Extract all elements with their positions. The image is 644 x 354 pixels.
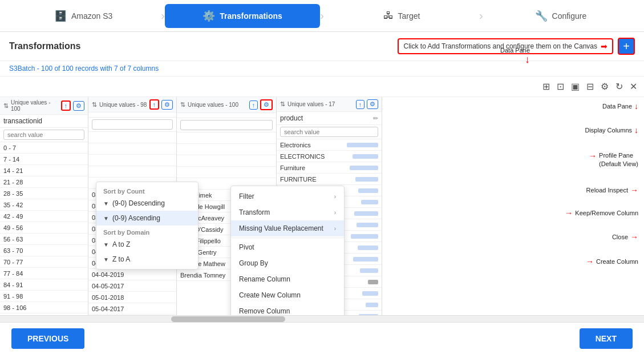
grid-view-button[interactable]: ⊞: [540, 79, 552, 94]
search-input-3[interactable]: [180, 120, 273, 130]
reload-button[interactable]: ↻: [613, 79, 625, 94]
list-item: FURNITURE: [277, 174, 382, 185]
menu-item-remove-column[interactable]: Remove Column: [231, 303, 344, 315]
col-header-2: ⇅ Unique values - 98 ↑ ⚙: [88, 97, 176, 112]
col-edit-button-4[interactable]: ✏: [373, 115, 378, 122]
col-name-1: transactionid: [3, 117, 84, 125]
list-item: [88, 143, 176, 155]
list-item: [177, 132, 276, 144]
col-data-1: 0 - 7 7 - 14 14 - 21 21 - 28 28 - 35 35 …: [0, 142, 88, 315]
sort-z-to-a[interactable]: ▼ Z to A: [96, 252, 198, 267]
sort-dropdown: Sort by Count ▼ (9-0) Descending ▼ (0-9)…: [96, 182, 199, 269]
list-item: 05-04-2017: [88, 303, 176, 315]
column-panel-transactionid: ⇅ Unique values - 100 ↑ ⚙ transactionid …: [0, 97, 88, 315]
list-item: 21 - 28: [0, 176, 88, 188]
table-button[interactable]: ⊟: [584, 79, 596, 94]
col-unique-label-2: Unique values - 98: [99, 102, 147, 108]
list-item: 56 - 63: [0, 234, 88, 245]
panel-title: Transformations: [9, 41, 80, 51]
scrollbar[interactable]: [0, 315, 644, 322]
nav-step-transformations[interactable]: ⚙️ Transformations: [165, 4, 320, 28]
sort-section-count: Sort by Count: [96, 184, 198, 196]
search-input-4[interactable]: [280, 127, 378, 137]
col-name-row-3: [177, 113, 276, 118]
col-sort-btn-1[interactable]: ↑: [61, 100, 71, 111]
settings-button[interactable]: ⚙: [598, 79, 611, 94]
scrollbar-thumb[interactable]: [171, 316, 285, 322]
col-gear-btn-4[interactable]: ⚙: [367, 99, 378, 109]
list-item: Furniture: [277, 162, 382, 174]
list-item: [177, 144, 276, 155]
list-view-button[interactable]: ⊡: [554, 79, 566, 94]
configure-icon: 🔧: [535, 10, 548, 22]
menu-item-filter[interactable]: Filter ›: [231, 188, 344, 204]
columns-button[interactable]: ▣: [569, 79, 582, 94]
col-name-row-1: transactionid: [0, 115, 88, 128]
context-menu: Filter › Transform › Missing Value Repla…: [230, 186, 345, 315]
nav-step-label: Target: [398, 11, 420, 21]
sort-ascending[interactable]: ▼ (0-9) Ascending: [96, 211, 198, 226]
col-gear-btn-2[interactable]: ⚙: [161, 100, 173, 110]
search-row-2: [88, 118, 176, 132]
nav-step-configure[interactable]: 🔧 Configure: [483, 4, 638, 28]
list-item: 91 - 98: [0, 291, 88, 302]
list-item: Electronics: [277, 139, 382, 151]
menu-item-transform[interactable]: Transform ›: [231, 204, 344, 220]
nav-divider-3: ›: [479, 9, 483, 22]
col-name-row-4: product ✏: [277, 112, 382, 125]
list-item: [88, 166, 176, 178]
arrow-icon: ➡: [601, 42, 607, 51]
list-item: 0 - 7: [0, 142, 88, 154]
next-button[interactable]: NEXT: [580, 328, 633, 349]
add-transformation-button[interactable]: +: [618, 38, 635, 55]
list-item: 35 - 42: [0, 199, 88, 211]
search-row-3: [177, 118, 276, 132]
nav-step-target[interactable]: 🖧 Target: [324, 4, 479, 27]
list-item: 42 - 49: [0, 211, 88, 222]
previous-button[interactable]: PREVIOUS: [11, 328, 84, 349]
close-button[interactable]: ✕: [627, 79, 639, 94]
list-item: 63 - 70: [0, 245, 88, 256]
panel-header: Transformations Click to Add Transformat…: [0, 32, 644, 61]
list-item: 04-04-2019: [88, 269, 176, 280]
col-sort-btn-4[interactable]: ↑: [356, 100, 365, 109]
list-item: 28 - 35: [0, 188, 88, 199]
sort-descending[interactable]: ▼ (9-0) Descending: [96, 196, 198, 211]
col-gear-btn-1[interactable]: ⚙: [73, 101, 84, 111]
search-input-1[interactable]: [3, 130, 84, 140]
list-item: 84 - 91: [0, 279, 88, 291]
nav-divider-2: ›: [320, 9, 324, 22]
add-transformations-hint: Click to Add Transformations and configu…: [398, 38, 613, 54]
col-gear-btn-3[interactable]: ⚙: [260, 99, 273, 110]
nav-divider-1: ›: [161, 9, 165, 22]
menu-item-create-new-column[interactable]: Create New Column: [231, 287, 344, 303]
nav-step-amazon-s3[interactable]: 🗄️ Amazon S3: [6, 4, 161, 28]
col-header-1: ⇅ Unique values - 100 ↑ ⚙: [0, 97, 88, 115]
search-input-2[interactable]: [92, 119, 173, 130]
col-header-4: ⇅ Unique values - 17 ↑ ⚙: [277, 97, 382, 112]
top-navigation: 🗄️ Amazon S3 › ⚙️ Transformations › 🖧 Ta…: [0, 0, 644, 32]
list-item: 04-05-2017: [88, 280, 176, 292]
search-row-1: [0, 128, 88, 142]
menu-item-pivot[interactable]: Pivot: [231, 239, 344, 255]
data-area: ⇅ Unique values - 100 ↑ ⚙ transactionid …: [0, 97, 644, 315]
col-sort-btn-3[interactable]: ↑: [249, 100, 258, 110]
list-item: 70 - 77: [0, 256, 88, 268]
menu-item-group-by[interactable]: Group By: [231, 255, 344, 271]
col-unique-label-4: Unique values - 17: [287, 101, 354, 107]
list-item: [177, 167, 276, 178]
subtitle-bar: S3Batch - 100 of 100 records with 7 of 7…: [0, 61, 644, 77]
spacer: [382, 97, 644, 315]
nav-step-label: Amazon S3: [71, 11, 112, 21]
main-panel: Transformations Click to Add Transformat…: [0, 32, 644, 322]
menu-item-rename-column[interactable]: Rename Column: [231, 271, 344, 287]
menu-divider: [231, 238, 344, 238]
list-item: 77 - 84: [0, 268, 88, 279]
sort-a-to-z[interactable]: ▼ A to Z: [96, 237, 198, 252]
list-item: ELECTRONICS: [277, 151, 382, 162]
menu-item-missing-value[interactable]: Missing Value Replacement ›: [231, 220, 344, 236]
list-item: 14 - 21: [0, 165, 88, 176]
col-sort-btn-2[interactable]: ↑: [149, 99, 160, 110]
amazon-s3-icon: 🗄️: [54, 10, 67, 22]
col-unique-label-3: Unique values - 100: [188, 102, 247, 108]
